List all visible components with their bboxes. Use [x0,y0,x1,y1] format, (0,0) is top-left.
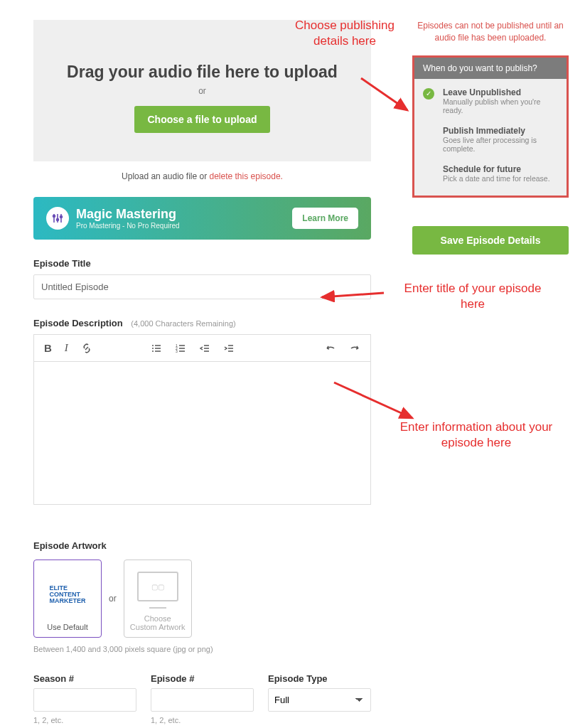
episode-number-label: Episode # [151,673,254,684]
publish-option-immediately[interactable]: Publish Immediately Goes live after proc… [422,120,559,159]
publish-option-title: Leave Unpublished [443,87,558,97]
italic-icon[interactable]: I [60,339,73,357]
publish-option-title: Publish Immediately [443,126,558,136]
svg-point-7 [152,348,154,349]
annotation-title: Enter title of your episode here [402,281,544,312]
episode-type-label: Episode Type [268,673,371,684]
editor-toolbar: B I 123 [34,335,370,362]
upload-caption: Upload an audio file or delete this epis… [33,171,371,181]
episode-description-label-text: Episode Description [33,318,123,328]
publish-option-unpublished[interactable]: ✓ Leave Unpublished Manually publish whe… [422,82,559,120]
episode-title-label: Episode Title [33,258,371,269]
artwork-default-thumb: ELITE CONTENT MARKETER [46,573,89,616]
artwork-default-option[interactable]: ELITE CONTENT MARKETER Use Default [33,560,102,638]
svg-point-4 [57,219,59,221]
publish-option-desc: Manually publish when you're ready. [443,97,558,114]
season-hint: 1, 2, etc. [33,716,136,724]
publish-option-desc: Pick a date and time for release. [443,174,558,183]
choose-file-button[interactable]: Choose a file to upload [134,106,269,133]
redo-icon[interactable] [345,340,365,357]
mastering-subtitle: Pro Mastering - No Pro Required [76,222,292,230]
link-icon[interactable] [77,339,97,357]
episode-number-input[interactable] [151,688,254,712]
upload-caption-prefix: Upload an audio file or [122,171,209,181]
publish-header: When do you want to publish? [414,58,567,79]
outdent-icon[interactable] [195,340,215,357]
indent-icon[interactable] [219,340,239,357]
magic-mastering-banner: Magic Mastering Pro Mastering - No Pro R… [33,197,371,240]
equalizer-icon [46,207,69,230]
description-textarea[interactable] [34,362,370,504]
undo-icon[interactable] [321,340,340,357]
artwork-custom-label: Choose Custom Artwork [130,614,186,631]
artwork-label: Episode Artwork [33,540,371,551]
svg-point-3 [53,215,55,218]
annotation-description: Enter information about your episode her… [384,419,569,451]
bold-icon[interactable]: B [40,339,56,357]
publish-warning: Episodes can not be published until an a… [412,20,569,44]
delete-episode-link[interactable]: delete this episode. [210,171,283,181]
save-episode-button[interactable]: Save Episode Details [412,226,569,255]
svg-point-6 [152,345,154,346]
publish-option-title: Schedule for future [443,164,558,174]
artwork-or: or [109,594,117,604]
svg-point-5 [60,216,63,218]
publish-options-panel: When do you want to publish? ✓ Leave Unp… [412,55,569,198]
season-input[interactable] [33,688,136,712]
svg-point-8 [152,350,154,352]
publish-option-desc: Goes live after processing is complete. [443,136,558,153]
publish-option-schedule[interactable]: Schedule for future Pick a date and time… [422,159,559,188]
episode-number-hint: 1, 2, etc. [151,716,254,724]
ordered-list-icon[interactable]: 123 [171,340,190,357]
description-editor: B I 123 [33,334,371,505]
mastering-title: Magic Mastering [76,207,292,222]
check-icon: ✓ [423,88,434,100]
upload-dropzone[interactable]: Drag your audio file here to upload or C… [33,20,371,161]
artwork-hint: Between 1,400 and 3,000 pixels square (j… [33,645,371,653]
episode-description-label: Episode Description (4,000 Characters Re… [33,318,371,328]
learn-more-button[interactable]: Learn More [292,208,358,229]
episode-type-select[interactable]: Full [268,688,371,712]
svg-text:3: 3 [176,349,178,353]
artwork-default-label: Use Default [47,623,87,631]
artwork-custom-option[interactable]: ▢▢ Choose Custom Artwork [124,560,192,638]
upload-or: or [48,86,357,96]
unordered-list-icon[interactable] [146,340,166,357]
episode-title-input[interactable] [33,274,371,299]
upload-title: Drag your audio file here to upload [48,63,357,82]
characters-remaining: (4,000 Characters Remaining) [131,319,235,328]
season-label: Season # [33,673,136,684]
monitor-icon: ▢▢ [137,572,178,601]
